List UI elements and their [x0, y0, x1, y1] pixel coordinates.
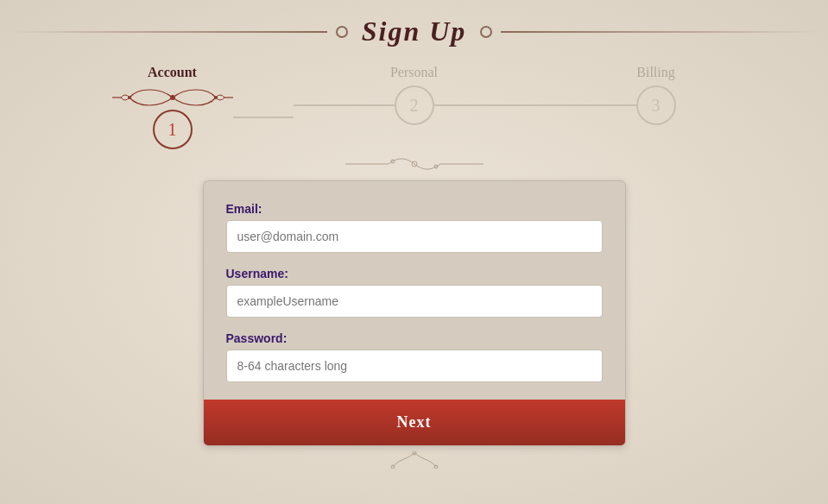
step-account-line-right — [233, 117, 294, 118]
email-input[interactable] — [226, 220, 603, 253]
email-label: Email: — [226, 202, 603, 216]
step-personal-line-right — [434, 104, 535, 106]
username-field-group: Username: — [226, 267, 603, 318]
header-ornament-right — [480, 26, 492, 38]
password-field-group: Password: — [226, 331, 603, 382]
bottom-ornament — [371, 451, 458, 472]
step-personal: Personal 2 — [294, 65, 535, 125]
step-account-ornament-top — [112, 85, 233, 110]
step-account-number: 1 — [168, 120, 177, 140]
step-billing-line-left — [535, 104, 636, 106]
svg-point-0 — [170, 95, 175, 100]
step-personal-circle: 2 — [395, 85, 434, 125]
step-account-line-left — [52, 117, 112, 118]
bottom-ornament-svg — [371, 451, 458, 469]
step-account-label: Account — [148, 65, 197, 80]
email-field-group: Email: — [226, 202, 603, 253]
username-input[interactable] — [226, 285, 603, 318]
top-ornament-svg — [345, 154, 484, 173]
username-label: Username: — [226, 267, 603, 280]
step-billing-line-right — [676, 104, 777, 106]
next-button[interactable]: Next — [204, 400, 625, 445]
header-line-right — [501, 31, 819, 33]
step-billing-label: Billing — [636, 65, 674, 80]
step-billing-number: 3 — [652, 96, 661, 116]
svg-point-10 — [413, 451, 416, 455]
form-card: Email: Username: Password: Next — [203, 180, 626, 446]
page-title: Sign Up — [348, 16, 481, 47]
step-account-circle: 1 — [153, 110, 193, 149]
header-ornament-left — [336, 26, 348, 38]
password-input[interactable] — [226, 350, 603, 382]
top-separator — [345, 154, 484, 173]
step-billing-circle: 3 — [636, 85, 676, 125]
step-personal-number: 2 — [410, 96, 419, 116]
step-billing-line-area: 3 — [535, 85, 777, 125]
step-account-line-area: 1 — [52, 85, 294, 149]
page-header: Sign Up — [0, 0, 828, 56]
step-account-circle-group: 1 — [112, 85, 233, 149]
step-personal-line-area: 2 — [294, 85, 535, 125]
step-account: Account 1 — [52, 65, 294, 149]
step-billing: Billing 3 — [535, 65, 777, 125]
steps-container: Account 1 — [0, 56, 828, 149]
password-label: Password: — [226, 331, 603, 345]
header-line-left — [9, 31, 327, 33]
step-personal-line-left — [294, 104, 395, 106]
step-personal-label: Personal — [390, 65, 438, 80]
